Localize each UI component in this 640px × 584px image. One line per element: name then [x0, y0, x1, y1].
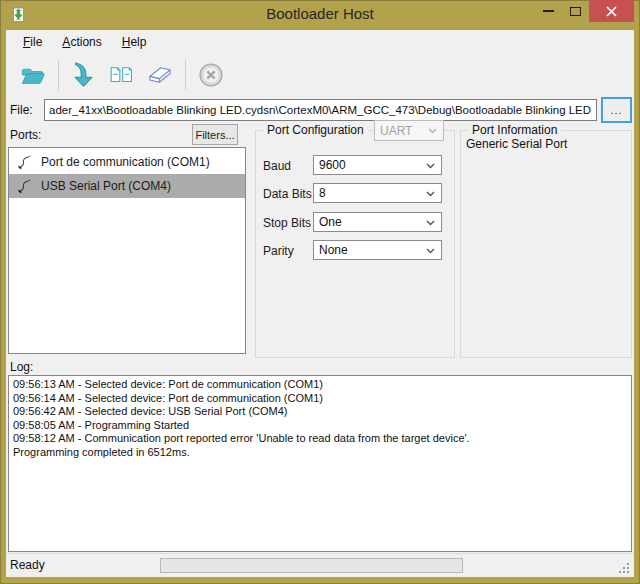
filters-button[interactable]: Filters...	[192, 124, 238, 145]
parity-select[interactable]: None	[313, 240, 442, 260]
menu-file[interactable]: File	[13, 32, 52, 52]
abort-circle-x-icon	[198, 61, 224, 89]
ports-list[interactable]: Port de communication (COM1) USB Serial …	[8, 147, 246, 354]
log-output[interactable]: 09:56:13 AM - Selected device: Port de c…	[8, 375, 632, 552]
log-line: 09:56:13 AM - Selected device: Port de c…	[13, 378, 627, 392]
download-arrow-icon	[71, 60, 97, 90]
log-line: 09:58:12 AM - Communication port reporte…	[13, 432, 627, 446]
minimize-icon	[543, 10, 554, 12]
serial-port-icon	[17, 154, 32, 170]
maximize-button[interactable]	[562, 0, 589, 22]
stop-bits-select[interactable]: One	[313, 212, 442, 232]
maximize-icon	[570, 7, 581, 16]
log-line: 09:56:14 AM - Selected device: Port de c…	[13, 392, 627, 406]
stop-bits-label: Stop Bits	[263, 216, 311, 230]
file-label: File:	[10, 103, 33, 117]
status-text: Ready	[10, 558, 45, 572]
browse-button[interactable]: ...	[601, 97, 632, 123]
menu-help[interactable]: Help	[112, 32, 157, 52]
baud-select[interactable]: 9600	[313, 155, 442, 175]
abort-button	[192, 57, 230, 93]
file-path-input[interactable]	[44, 99, 597, 121]
parity-label: Parity	[263, 244, 294, 258]
data-bits-select[interactable]: 8	[313, 183, 442, 203]
chevron-down-icon	[426, 220, 435, 226]
eraser-icon	[147, 62, 173, 88]
status-bar: Ready	[6, 553, 634, 577]
log-line: Programming completed in 6512ms.	[13, 446, 627, 460]
bootloader-host-window: Bootloader Host File Actions Help	[0, 0, 640, 584]
open-file-button[interactable]	[14, 57, 52, 93]
port-item-label: USB Serial Port (COM4)	[41, 179, 171, 193]
open-folder-icon	[20, 61, 46, 89]
chevron-down-icon	[426, 163, 435, 169]
title-bar[interactable]: Bootloader Host	[0, 0, 640, 30]
menu-actions[interactable]: Actions	[52, 32, 111, 52]
log-label: Log:	[10, 360, 33, 374]
documents-icon	[109, 61, 135, 89]
progress-bar	[160, 558, 463, 573]
data-bits-label: Data Bits	[263, 187, 312, 201]
protocol-select: UART	[374, 120, 444, 141]
chevron-down-icon	[426, 191, 435, 197]
resize-grip-icon[interactable]	[618, 562, 630, 574]
port-information-text: Generic Serial Port	[466, 137, 567, 151]
serial-port-icon	[17, 178, 32, 194]
close-icon	[606, 6, 617, 17]
port-configuration-title: Port Configuration	[263, 123, 368, 137]
erase-button[interactable]	[141, 57, 179, 93]
port-item-com1[interactable]: Port de communication (COM1)	[9, 150, 245, 174]
toolbar-separator	[185, 60, 186, 90]
menu-bar: File Actions Help	[6, 30, 634, 54]
verify-button[interactable]	[103, 57, 141, 93]
port-information-title: Port Information	[468, 123, 561, 137]
toolbar	[6, 54, 634, 95]
toolbar-separator	[58, 60, 59, 90]
baud-label: Baud	[263, 159, 291, 173]
port-information-group: Port Information	[460, 130, 632, 358]
chevron-down-icon	[428, 128, 437, 134]
log-line: 09:56:42 AM - Selected device: USB Seria…	[13, 405, 627, 419]
port-item-label: Port de communication (COM1)	[41, 155, 210, 169]
log-line: 09:58:05 AM - Programming Started	[13, 419, 627, 433]
chevron-down-icon	[426, 248, 435, 254]
close-button[interactable]	[589, 0, 634, 22]
program-button[interactable]	[65, 57, 103, 93]
minimize-button[interactable]	[535, 0, 562, 22]
port-item-com4[interactable]: USB Serial Port (COM4)	[9, 174, 245, 198]
ports-label: Ports:	[10, 128, 41, 142]
